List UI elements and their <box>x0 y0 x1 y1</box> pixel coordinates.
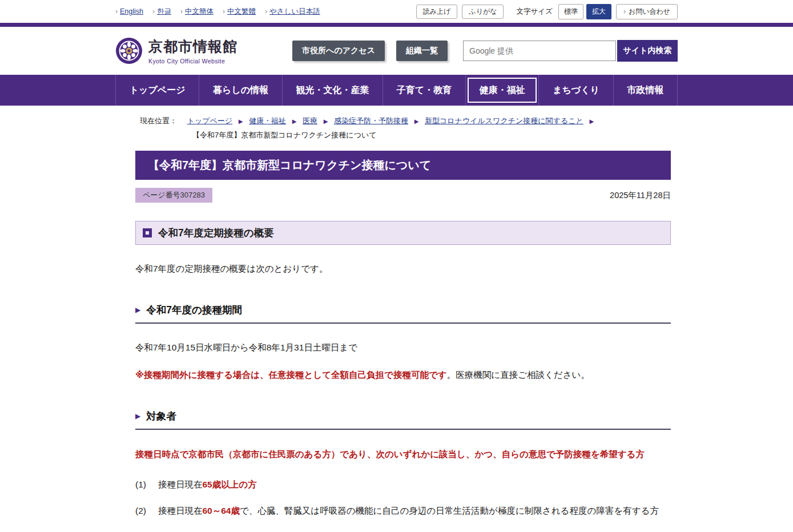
nav-item-city-planning[interactable]: まちづくり <box>538 75 613 106</box>
contact-button[interactable]: › お問い合わせ <box>616 4 678 19</box>
nav-item-top-page[interactable]: トップページ <box>115 75 199 106</box>
list-item-text: 接種日現在 <box>158 506 203 515</box>
section-heading: 令和7年度定期接種の概要 <box>135 221 671 245</box>
nav-item-living-info[interactable]: 暮らしの情報 <box>199 75 282 106</box>
period-heading-text: 令和7年度の接種期間 <box>146 303 242 317</box>
font-size-standard-button[interactable]: 標準 <box>558 4 583 19</box>
heading-arrow-icon: ▶ <box>135 413 140 420</box>
intro-paragraph: 令和7年度の定期接種の概要は次のとおりです。 <box>135 261 671 277</box>
breadcrumb-arrow-icon: ▶ <box>414 118 419 124</box>
font-size-large-button[interactable]: 拡大 <box>586 4 611 19</box>
language-link-label[interactable]: English <box>120 7 143 15</box>
font-size-label: 文字サイズ <box>516 7 552 17</box>
site-search-button[interactable]: サイト内検索 <box>617 40 678 62</box>
contact-button-label: お問い合わせ <box>629 7 670 17</box>
page-title: 【令和7年度】京都市新型コロナワクチン接種について <box>135 151 671 180</box>
language-link-chinese-traditional[interactable]: › 中文繁體 <box>223 7 256 17</box>
nav-item-city-government-info[interactable]: 市政情報 <box>613 75 678 106</box>
language-link-korean[interactable]: › 한글 <box>152 7 171 17</box>
utility-bar: › English › 한글 › 中文簡体 › 中文繁體 › やさしい日本語 読… <box>0 0 793 23</box>
breadcrumb-arrow-icon: ▶ <box>324 118 328 124</box>
period-heading: ▶ 令和7年度の接種期間 <box>135 303 671 324</box>
list-item-emphasis: 60～64歳 <box>202 506 239 515</box>
nav-item-label: 市政情報 <box>627 84 663 96</box>
breadcrumb-link[interactable]: トップページ <box>187 116 233 125</box>
language-link-label[interactable]: 中文繁體 <box>227 7 256 17</box>
nav-item-label: 健康・福祉 <box>480 84 525 96</box>
city-hall-access-button[interactable]: 市役所へのアクセス <box>292 41 385 61</box>
nav-item-label: トップページ <box>130 84 186 96</box>
breadcrumb-current: 【令和7年度】京都市新型コロナワクチン接種について <box>192 129 678 142</box>
period-note-rest: 。医療機関に直接ご相談ください。 <box>447 370 590 380</box>
page-meta: ページ番号307283 2025年11月28日 <box>135 188 671 203</box>
search-input[interactable] <box>463 41 616 61</box>
period-paragraph: 令和7年10月15日水曜日から令和8年1月31日土曜日まで <box>135 340 671 356</box>
site-subtitle: Kyoto City Official Website <box>148 58 238 65</box>
arrow-icon: › <box>152 7 155 15</box>
target-intro: 接種日時点で京都市民（京都市に住民票のある方）であり、次のいずれかに該当し、かつ… <box>135 445 671 464</box>
main-nav: トップページ 暮らしの情報 観光・文化・産業 子育て・教育 健康・福祉 まちづく… <box>0 75 793 106</box>
period-note: ※接種期間外に接種する場合は、任意接種として全額自己負担で接種可能です。医療機関… <box>135 367 671 383</box>
target-heading-text: 対象者 <box>146 409 176 423</box>
list-item: (2)接種日現在60～64歳で、心臓、腎臓又は呼吸器の機能に自己の身辺の日常生活… <box>135 501 671 520</box>
kyoto-city-logo <box>115 37 143 65</box>
main-content: 【令和7年度】京都市新型コロナワクチン接種について ページ番号307283 20… <box>115 151 678 532</box>
breadcrumb-link[interactable]: 医療 <box>303 116 317 125</box>
nav-item-label: まちづくり <box>553 84 599 96</box>
arrow-icon: › <box>265 7 267 15</box>
breadcrumb-link[interactable]: 健康・福祉 <box>249 116 286 125</box>
page-title-text: 【令和7年度】京都市新型コロナワクチン接種について <box>148 159 431 171</box>
arrow-icon: › <box>115 7 118 15</box>
read-aloud-button[interactable]: 読み上げ <box>416 5 458 19</box>
heading-arrow-icon: ▶ <box>135 307 140 313</box>
top-divider <box>0 23 793 27</box>
organization-list-button[interactable]: 組織一覧 <box>396 41 448 61</box>
nav-item-tourism-culture-industry[interactable]: 観光・文化・産業 <box>282 75 383 106</box>
page-date: 2025年11月28日 <box>610 190 671 201</box>
list-item-number: (1) <box>135 479 146 489</box>
site-brand[interactable]: 京都市情報館 Kyoto City Official Website <box>115 37 280 65</box>
language-link-label[interactable]: 한글 <box>157 7 171 17</box>
section-heading-text: 令和7年度定期接種の概要 <box>158 226 274 240</box>
language-link-english[interactable]: › English <box>115 7 143 15</box>
site-title: 京都市情報館 <box>148 37 238 56</box>
list-item-number: (2) <box>135 506 146 515</box>
arrow-icon: › <box>623 7 626 15</box>
nav-item-label: 子育て・教育 <box>397 84 452 96</box>
list-item: (1)接種日現在65歳以上の方 <box>135 475 671 494</box>
language-link-label[interactable]: やさしい日本語 <box>269 7 320 17</box>
language-link-label[interactable]: 中文簡体 <box>185 7 214 17</box>
breadcrumb: 現在位置： トップページ ▶ 健康・福祉 ▶ 医療 ▶ 感染症予防・予防接種 ▶… <box>115 106 678 144</box>
period-note-emphasis: ※接種期間外に接種する場合は、任意接種として全額自己負担で接種可能です <box>135 370 447 380</box>
arrow-icon: › <box>180 7 183 15</box>
site-header: 京都市情報館 Kyoto City Official Website 市役所への… <box>0 27 793 75</box>
list-item-emphasis: 65歳以上の方 <box>202 479 256 489</box>
language-link-easy-japanese[interactable]: › やさしい日本語 <box>265 7 320 17</box>
list-item-text: で、心臓、腎臓又は呼吸器の機能に自己の身辺の日常生活活動が極度に制限される程度の… <box>240 506 659 515</box>
arrow-icon: › <box>223 7 225 15</box>
breadcrumb-arrow-icon: ▶ <box>292 118 297 124</box>
section-square-icon <box>143 228 152 237</box>
language-link-chinese-simplified[interactable]: › 中文簡体 <box>180 7 214 17</box>
nav-item-label: 暮らしの情報 <box>213 84 268 96</box>
nav-item-health-welfare[interactable]: 健康・福祉 <box>465 75 538 106</box>
breadcrumb-arrow-icon: ▶ <box>589 118 594 124</box>
utility-tools: 読み上げ ふりがな 文字サイズ 標準 拡大 › お問い合わせ <box>416 4 678 19</box>
breadcrumb-link[interactable]: 感染症予防・予防接種 <box>334 116 408 125</box>
target-heading: ▶ 対象者 <box>135 409 671 430</box>
language-nav: › English › 한글 › 中文簡体 › 中文繁體 › やさしい日本語 <box>115 7 320 17</box>
nav-item-childcare-education[interactable]: 子育て・教育 <box>383 75 465 106</box>
nav-item-label: 観光・文化・産業 <box>296 84 369 96</box>
list-item: (3)接種日現在60～64歳で、ヒト免疫不全ウイルスにより免疫の機能に日常生活が… <box>135 528 671 532</box>
breadcrumb-prefix: 現在位置： <box>140 116 177 125</box>
furigana-button[interactable]: ふりがな <box>462 5 504 19</box>
page-number-badge: ページ番号307283 <box>135 188 212 203</box>
breadcrumb-arrow-icon: ▶ <box>239 118 243 124</box>
brand-text: 京都市情報館 Kyoto City Official Website <box>148 37 238 65</box>
site-search: サイト内検索 <box>463 40 678 62</box>
list-item-text: 接種日現在 <box>158 479 203 489</box>
breadcrumb-link[interactable]: 新型コロナウイルスワクチン接種に関すること <box>425 116 583 125</box>
